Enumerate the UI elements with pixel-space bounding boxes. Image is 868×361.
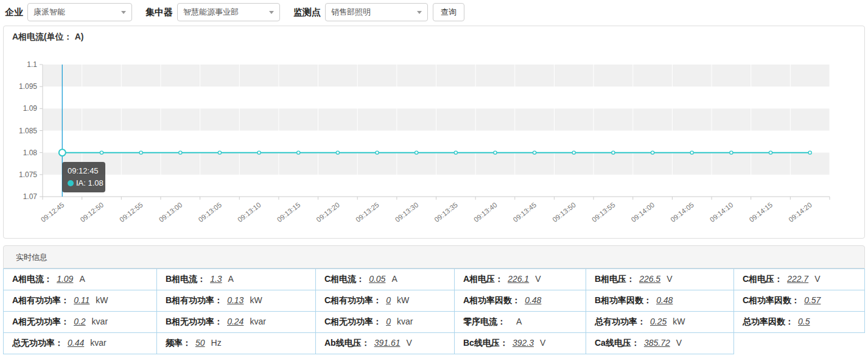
realtime-row: A相电流：1.09AB相电流：1.3AC相电流：0.05AA相电压：226.1V… xyxy=(4,269,865,290)
line-chart[interactable]: 1.11.0951.091.0851.081.0751.0709:12:4509… xyxy=(4,43,863,238)
realtime-panel: 实时信息 A相电流：1.09AB相电流：1.3AC相电流：0.05AA相电压：2… xyxy=(3,245,865,354)
cell-value: 0.57 xyxy=(804,295,821,305)
cell-value: 222.7 xyxy=(787,274,808,284)
query-button[interactable]: 查询 xyxy=(433,3,464,21)
cell-value: 0 xyxy=(386,317,391,326)
realtime-cell: C相无功功率：0kvar xyxy=(316,312,455,333)
svg-text:1.095: 1.095 xyxy=(19,82,37,91)
svg-text:09:13:15: 09:13:15 xyxy=(276,201,302,223)
cell-label: Bc线电压： xyxy=(463,338,508,348)
enterprise-label: 企业 xyxy=(5,7,23,18)
cell-label: 总无功功率： xyxy=(12,338,63,348)
chart-canvas: 1.11.0951.091.0851.081.0751.0709:12:4509… xyxy=(4,43,863,238)
chevron-down-icon xyxy=(417,11,422,14)
cell-label: B相有功功率： xyxy=(166,295,223,305)
cell-label: 频率： xyxy=(166,338,191,348)
enterprise-select[interactable]: 康派智能 xyxy=(27,3,132,21)
svg-text:09:12:50: 09:12:50 xyxy=(79,201,105,223)
svg-text:09:13:10: 09:13:10 xyxy=(236,201,262,223)
chevron-down-icon xyxy=(121,11,126,14)
svg-text:09:13:20: 09:13:20 xyxy=(315,201,341,223)
cell-value: 0.13 xyxy=(227,295,243,305)
cell-unit: Hz xyxy=(211,338,222,348)
cell-unit: kvar xyxy=(250,317,265,326)
realtime-cell: B相电压：226.5V xyxy=(586,269,734,290)
realtime-cell: Ca线电压：385.72V xyxy=(586,333,734,354)
svg-text:1.075: 1.075 xyxy=(19,170,37,179)
cell-label: Ca线电压： xyxy=(595,338,640,348)
cell-value: 392.3 xyxy=(513,338,534,348)
cell-value: 0.48 xyxy=(656,295,673,305)
cell-unit: V xyxy=(535,274,541,284)
cell-unit: A xyxy=(516,317,522,326)
monitor-point-select[interactable]: 销售部照明 xyxy=(325,3,428,21)
cell-value: 1.09 xyxy=(57,274,73,284)
svg-text:09:14:15: 09:14:15 xyxy=(748,201,774,223)
realtime-cell: B相功率因数：0.48 xyxy=(586,290,734,312)
realtime-cell: B相电流：1.3A xyxy=(157,269,316,290)
cell-value: 226.1 xyxy=(508,274,529,284)
realtime-cell: A相电流：1.09A xyxy=(4,269,157,290)
cell-label: C相有功功率： xyxy=(324,295,382,305)
monitor-point-label: 监测点 xyxy=(293,7,321,18)
monitor-point-select-value: 销售部照明 xyxy=(331,7,371,18)
realtime-cell: 频率：50Hz xyxy=(157,333,316,354)
cell-value: 1.3 xyxy=(210,274,222,284)
concentrator-select[interactable]: 智慧能源事业部 xyxy=(177,3,280,21)
concentrator-label: 集中器 xyxy=(145,7,173,18)
svg-text:09:14:00: 09:14:00 xyxy=(630,201,656,223)
svg-text:09:13:05: 09:13:05 xyxy=(197,201,223,223)
realtime-cell: A相无功功率：0.2kvar xyxy=(4,312,157,333)
cell-unit: V xyxy=(540,338,545,348)
realtime-cell: 总有功功率：0.25kW xyxy=(586,312,734,333)
cell-value: 50 xyxy=(195,338,205,348)
realtime-row: 总无功功率：0.44kvar频率：50HzAb线电压：391.61VBc线电压：… xyxy=(4,333,865,354)
cell-label: A相电流： xyxy=(12,274,52,284)
cell-value: 0.24 xyxy=(227,317,243,326)
cell-label: A相功率因数： xyxy=(463,295,520,305)
realtime-cell: 总功率因数：0.5 xyxy=(734,312,865,333)
cell-unit: kW xyxy=(250,295,262,305)
chart-title: A相电流(单位： A) xyxy=(4,26,864,43)
svg-text:09:12:45: 09:12:45 xyxy=(40,201,66,223)
cell-unit: kvar xyxy=(92,317,108,326)
cell-unit: kW xyxy=(397,295,409,305)
cell-value: 0.5 xyxy=(798,317,810,326)
cell-value: 0.2 xyxy=(74,317,85,326)
svg-text:09:14:20: 09:14:20 xyxy=(787,201,813,223)
chevron-down-icon xyxy=(269,11,274,14)
cell-value: 0.25 xyxy=(650,317,667,326)
cell-label: B相电流： xyxy=(166,274,206,284)
svg-text:09:13:45: 09:13:45 xyxy=(512,201,538,223)
realtime-row: A相无功功率：0.2kvarB相无功功率：0.24kvarC相无功功率：0kva… xyxy=(4,312,865,333)
cell-value: 0 xyxy=(386,295,391,305)
cell-unit: A xyxy=(228,274,234,284)
cell-value: 391.61 xyxy=(374,338,401,348)
cell-label: 零序电流： xyxy=(463,317,506,326)
cell-unit: kW xyxy=(673,317,685,326)
cell-value: 226.5 xyxy=(639,274,660,284)
cell-value: 0.11 xyxy=(74,295,89,305)
cell-unit: kvar xyxy=(397,317,413,326)
svg-text:09:13:55: 09:13:55 xyxy=(590,201,617,223)
realtime-cell: 总无功功率：0.44kvar xyxy=(4,333,157,354)
realtime-cell: C相有功功率：0kW xyxy=(316,290,455,312)
cell-unit: V xyxy=(676,338,682,348)
chart-panel: A相电流(单位： A) 1.11.0951.091.0851.081.0751.… xyxy=(3,26,865,239)
cell-label: Ab线电压： xyxy=(324,338,370,348)
cell-value: 385.72 xyxy=(644,338,670,348)
realtime-cell: A相有功功率：0.11kW xyxy=(4,290,157,312)
svg-text:09:14:10: 09:14:10 xyxy=(709,201,735,223)
svg-text:1.08: 1.08 xyxy=(23,149,38,157)
svg-text:09:13:30: 09:13:30 xyxy=(394,201,420,223)
cell-value: 0.44 xyxy=(68,338,84,348)
cell-unit: kvar xyxy=(90,338,106,348)
svg-text:1.085: 1.085 xyxy=(19,127,37,135)
cell-label: C相功率因数： xyxy=(743,295,800,305)
svg-text:09:13:00: 09:13:00 xyxy=(158,201,184,223)
cell-label: A相有功功率： xyxy=(12,295,69,305)
realtime-cell: B相有功功率：0.13kW xyxy=(157,290,316,312)
cell-label: C相无功功率： xyxy=(324,317,382,326)
realtime-cell: C相电压：222.7V xyxy=(734,269,865,290)
realtime-cell: A相功率因数：0.48 xyxy=(455,290,586,312)
